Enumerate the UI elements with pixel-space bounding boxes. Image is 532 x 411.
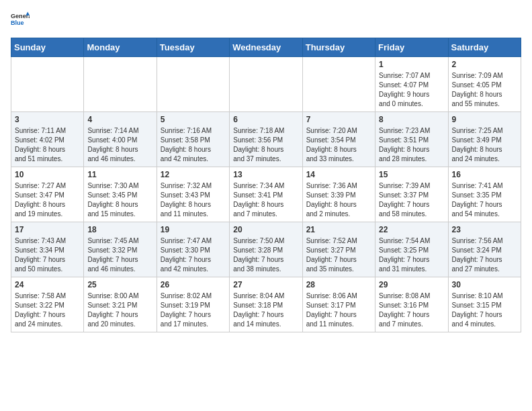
col-header-saturday: Saturday <box>448 38 521 57</box>
cell-date: 15 <box>379 170 444 179</box>
cell-date: 18 <box>87 225 152 234</box>
calendar-cell: 8Sunrise: 7:23 AM Sunset: 3:51 PM Daylig… <box>375 112 448 167</box>
calendar-cell: 3Sunrise: 7:11 AM Sunset: 4:02 PM Daylig… <box>11 112 84 167</box>
cell-info: Sunrise: 7:39 AM Sunset: 3:37 PM Dayligh… <box>379 181 444 219</box>
cell-date: 26 <box>161 280 226 289</box>
calendar-cell: 18Sunrise: 7:45 AM Sunset: 3:32 PM Dayli… <box>84 222 157 277</box>
cell-info: Sunrise: 7:52 AM Sunset: 3:27 PM Dayligh… <box>306 236 371 274</box>
calendar-cell: 1Sunrise: 7:07 AM Sunset: 4:07 PM Daylig… <box>375 57 448 112</box>
cell-date: 25 <box>87 280 152 289</box>
header: General Blue <box>11 11 521 30</box>
cell-date: 10 <box>15 170 80 179</box>
cell-date: 6 <box>233 115 298 124</box>
cell-date: 24 <box>15 280 80 289</box>
cell-info: Sunrise: 7:36 AM Sunset: 3:39 PM Dayligh… <box>306 181 371 219</box>
cell-date: 14 <box>306 170 371 179</box>
cell-info: Sunrise: 7:16 AM Sunset: 3:58 PM Dayligh… <box>161 126 226 164</box>
cell-date: 21 <box>306 225 371 234</box>
cell-info: Sunrise: 7:50 AM Sunset: 3:28 PM Dayligh… <box>233 236 298 274</box>
cell-info: Sunrise: 8:06 AM Sunset: 3:17 PM Dayligh… <box>306 291 371 329</box>
calendar-cell: 20Sunrise: 7:50 AM Sunset: 3:28 PM Dayli… <box>230 222 302 277</box>
cell-info: Sunrise: 7:14 AM Sunset: 4:00 PM Dayligh… <box>87 126 152 164</box>
calendar: SundayMondayTuesdayWednesdayThursdayFrid… <box>11 38 521 332</box>
cell-info: Sunrise: 7:43 AM Sunset: 3:34 PM Dayligh… <box>15 236 80 274</box>
calendar-cell: 2Sunrise: 7:09 AM Sunset: 4:05 PM Daylig… <box>448 57 521 112</box>
cell-date: 19 <box>161 225 226 234</box>
calendar-cell: 25Sunrise: 8:00 AM Sunset: 3:21 PM Dayli… <box>84 277 157 332</box>
cell-date: 16 <box>452 170 517 179</box>
week-row-3: 10Sunrise: 7:27 AM Sunset: 3:47 PM Dayli… <box>11 167 521 222</box>
cell-info: Sunrise: 7:07 AM Sunset: 4:07 PM Dayligh… <box>379 71 444 109</box>
cell-info: Sunrise: 8:08 AM Sunset: 3:16 PM Dayligh… <box>379 291 444 329</box>
cell-info: Sunrise: 7:18 AM Sunset: 3:56 PM Dayligh… <box>233 126 298 164</box>
calendar-cell <box>302 57 375 112</box>
calendar-cell: 27Sunrise: 8:04 AM Sunset: 3:18 PM Dayli… <box>230 277 302 332</box>
cell-date: 4 <box>87 115 152 124</box>
cell-date: 23 <box>452 225 517 234</box>
calendar-cell: 17Sunrise: 7:43 AM Sunset: 3:34 PM Dayli… <box>11 222 84 277</box>
week-row-1: 1Sunrise: 7:07 AM Sunset: 4:07 PM Daylig… <box>11 57 521 112</box>
logo-icon: General Blue <box>11 11 30 30</box>
calendar-cell: 19Sunrise: 7:47 AM Sunset: 3:30 PM Dayli… <box>157 222 229 277</box>
cell-date: 29 <box>379 280 444 289</box>
calendar-cell: 13Sunrise: 7:34 AM Sunset: 3:41 PM Dayli… <box>230 167 302 222</box>
cell-info: Sunrise: 7:30 AM Sunset: 3:45 PM Dayligh… <box>87 181 152 219</box>
cell-info: Sunrise: 7:47 AM Sunset: 3:30 PM Dayligh… <box>161 236 226 274</box>
col-header-wednesday: Wednesday <box>230 38 302 57</box>
calendar-cell <box>84 57 157 112</box>
calendar-cell <box>11 57 84 112</box>
calendar-cell: 15Sunrise: 7:39 AM Sunset: 3:37 PM Dayli… <box>375 167 448 222</box>
cell-date: 27 <box>233 280 298 289</box>
cell-date: 2 <box>452 60 517 69</box>
calendar-cell <box>157 57 229 112</box>
calendar-cell: 22Sunrise: 7:54 AM Sunset: 3:25 PM Dayli… <box>375 222 448 277</box>
cell-date: 13 <box>233 170 298 179</box>
calendar-cell: 23Sunrise: 7:56 AM Sunset: 3:24 PM Dayli… <box>448 222 521 277</box>
cell-date: 8 <box>379 115 444 124</box>
cell-info: Sunrise: 7:27 AM Sunset: 3:47 PM Dayligh… <box>15 181 80 219</box>
calendar-cell: 9Sunrise: 7:25 AM Sunset: 3:49 PM Daylig… <box>448 112 521 167</box>
calendar-cell: 30Sunrise: 8:10 AM Sunset: 3:15 PM Dayli… <box>448 277 521 332</box>
calendar-cell: 16Sunrise: 7:41 AM Sunset: 3:35 PM Dayli… <box>448 167 521 222</box>
cell-date: 11 <box>87 170 152 179</box>
cell-info: Sunrise: 7:34 AM Sunset: 3:41 PM Dayligh… <box>233 181 298 219</box>
cell-info: Sunrise: 7:25 AM Sunset: 3:49 PM Dayligh… <box>452 126 517 164</box>
col-header-friday: Friday <box>375 38 448 57</box>
calendar-cell: 24Sunrise: 7:58 AM Sunset: 3:22 PM Dayli… <box>11 277 84 332</box>
calendar-cell: 26Sunrise: 8:02 AM Sunset: 3:19 PM Dayli… <box>157 277 229 332</box>
cell-date: 9 <box>452 115 517 124</box>
week-row-2: 3Sunrise: 7:11 AM Sunset: 4:02 PM Daylig… <box>11 112 521 167</box>
calendar-cell: 7Sunrise: 7:20 AM Sunset: 3:54 PM Daylig… <box>302 112 375 167</box>
cell-info: Sunrise: 7:54 AM Sunset: 3:25 PM Dayligh… <box>379 236 444 274</box>
cell-info: Sunrise: 7:45 AM Sunset: 3:32 PM Dayligh… <box>87 236 152 274</box>
cell-info: Sunrise: 7:41 AM Sunset: 3:35 PM Dayligh… <box>452 181 517 219</box>
cell-info: Sunrise: 7:32 AM Sunset: 3:43 PM Dayligh… <box>161 181 226 219</box>
cell-info: Sunrise: 7:23 AM Sunset: 3:51 PM Dayligh… <box>379 126 444 164</box>
cell-date: 7 <box>306 115 371 124</box>
cell-date: 28 <box>306 280 371 289</box>
cell-date: 17 <box>15 225 80 234</box>
cell-info: Sunrise: 7:11 AM Sunset: 4:02 PM Dayligh… <box>15 126 80 164</box>
cell-date: 20 <box>233 225 298 234</box>
calendar-cell: 12Sunrise: 7:32 AM Sunset: 3:43 PM Dayli… <box>157 167 229 222</box>
cell-info: Sunrise: 8:00 AM Sunset: 3:21 PM Dayligh… <box>87 291 152 329</box>
cell-date: 30 <box>452 280 517 289</box>
cell-date: 12 <box>161 170 226 179</box>
cell-date: 3 <box>15 115 80 124</box>
cell-info: Sunrise: 7:56 AM Sunset: 3:24 PM Dayligh… <box>452 236 517 274</box>
cell-date: 5 <box>161 115 226 124</box>
cell-info: Sunrise: 7:09 AM Sunset: 4:05 PM Dayligh… <box>452 71 517 109</box>
cell-info: Sunrise: 7:58 AM Sunset: 3:22 PM Dayligh… <box>15 291 80 329</box>
col-header-tuesday: Tuesday <box>157 38 229 57</box>
col-header-monday: Monday <box>84 38 157 57</box>
calendar-cell: 11Sunrise: 7:30 AM Sunset: 3:45 PM Dayli… <box>84 167 157 222</box>
svg-text:Blue: Blue <box>11 19 24 26</box>
calendar-cell <box>230 57 302 112</box>
calendar-cell: 6Sunrise: 7:18 AM Sunset: 3:56 PM Daylig… <box>230 112 302 167</box>
cell-date: 22 <box>379 225 444 234</box>
cell-info: Sunrise: 8:04 AM Sunset: 3:18 PM Dayligh… <box>233 291 298 329</box>
cell-info: Sunrise: 7:20 AM Sunset: 3:54 PM Dayligh… <box>306 126 371 164</box>
cell-info: Sunrise: 8:02 AM Sunset: 3:19 PM Dayligh… <box>161 291 226 329</box>
calendar-cell: 14Sunrise: 7:36 AM Sunset: 3:39 PM Dayli… <box>302 167 375 222</box>
calendar-cell: 10Sunrise: 7:27 AM Sunset: 3:47 PM Dayli… <box>11 167 84 222</box>
